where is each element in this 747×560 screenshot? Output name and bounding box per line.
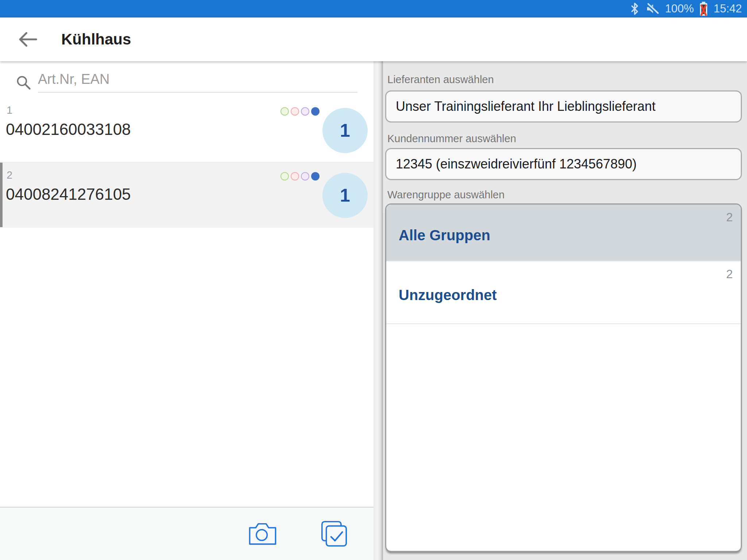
search-row xyxy=(0,61,374,98)
article-index: 1 xyxy=(7,104,12,116)
product-group-label: Warengruppe auswählen xyxy=(387,180,742,201)
bluetooth-icon xyxy=(629,2,640,15)
indicator-dot-pink-icon xyxy=(291,172,299,180)
article-count-badge: 1 xyxy=(322,173,368,218)
group-count: 2 xyxy=(726,210,733,224)
battery-percent: 100% xyxy=(665,0,694,18)
content-area: 1 04002160033108 1 2 04008241276105 xyxy=(0,61,747,560)
group-row-all-groups[interactable]: 2 Alle Gruppen xyxy=(386,205,741,261)
search-input[interactable] xyxy=(38,66,357,92)
indicator-dot-purple-icon xyxy=(301,172,309,180)
article-list-panel: 1 04002160033108 1 2 04008241276105 xyxy=(0,61,374,560)
status-bar: 100% 15:42 xyxy=(0,0,747,18)
indicator-dot-purple-icon xyxy=(301,107,309,116)
app-screen: 100% 15:42 Kühlhaus xyxy=(0,0,747,560)
search-icon xyxy=(15,74,31,90)
back-button[interactable] xyxy=(16,28,39,51)
filter-panel: Lieferanten auswählen Unser Trainingslie… xyxy=(383,61,747,560)
indicator-dot-blue-icon xyxy=(311,172,320,180)
article-ean: 04008241276105 xyxy=(6,185,131,203)
customer-number-field[interactable]: 12345 (einszweidreivierfünf 1234567890) xyxy=(385,148,742,180)
volume-muted-icon xyxy=(645,2,660,15)
supplier-label: Lieferanten auswählen xyxy=(387,61,742,85)
article-ean: 04002160033108 xyxy=(6,120,131,139)
article-row-1[interactable]: 1 04002160033108 1 xyxy=(0,98,374,163)
app-header: Kühlhaus xyxy=(0,18,747,61)
group-count: 2 xyxy=(726,267,733,281)
group-name: Unzugeordnet xyxy=(399,287,497,303)
indicator-dot-green-icon xyxy=(280,172,289,180)
indicator-dots xyxy=(280,172,320,180)
multi-select-button[interactable] xyxy=(319,518,349,549)
back-arrow-icon xyxy=(18,31,38,48)
page-title: Kühlhaus xyxy=(61,31,131,48)
article-count-badge: 1 xyxy=(322,108,368,153)
search-field xyxy=(38,66,357,93)
panel-divider xyxy=(374,61,383,560)
battery-unknown-icon xyxy=(699,1,708,16)
group-name: Alle Gruppen xyxy=(399,227,490,244)
supplier-field[interactable]: Unser Trainingslieferant Ihr Lieblingsli… xyxy=(385,90,742,122)
product-group-list: 2 Alle Gruppen 2 Unzugeordnet xyxy=(385,203,742,552)
customer-number-label: Kundennummer auswählen xyxy=(387,122,742,144)
multi-select-check-icon xyxy=(320,520,348,547)
clock: 15:42 xyxy=(713,0,742,18)
camera-icon xyxy=(248,522,277,545)
indicator-dot-pink-icon xyxy=(291,107,299,116)
indicator-dots xyxy=(280,107,320,116)
supplier-value: Unser Trainingslieferant Ihr Lieblingsli… xyxy=(396,99,655,114)
indicator-dot-blue-icon xyxy=(311,107,320,116)
camera-button[interactable] xyxy=(247,518,278,549)
indicator-dot-green-icon xyxy=(280,107,289,116)
article-row-2[interactable]: 2 04008241276105 1 xyxy=(0,163,374,228)
customer-number-value: 12345 (einszweidreivierfünf 1234567890) xyxy=(396,156,636,172)
article-index: 2 xyxy=(7,169,12,181)
bottom-toolbar xyxy=(0,507,374,560)
group-row-unassigned[interactable]: 2 Unzugeordnet xyxy=(386,261,741,324)
